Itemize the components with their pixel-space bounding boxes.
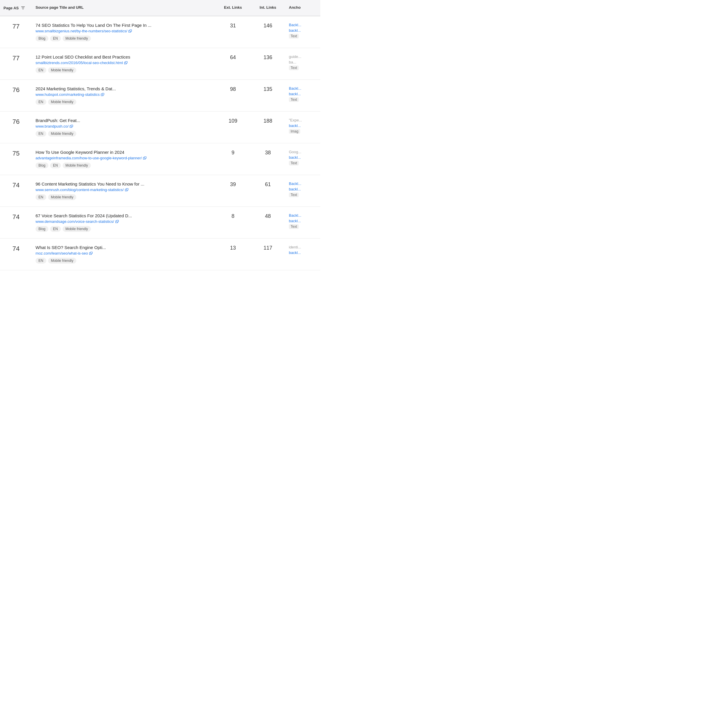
source-cell: How To Use Google Keyword Planner in 202… bbox=[32, 147, 216, 171]
table-row: 7774 SEO Statistics To Help You Land On … bbox=[0, 16, 320, 48]
page-tags: BlogENMobile friendly bbox=[35, 35, 212, 41]
anchor-item: Text bbox=[289, 161, 317, 165]
svg-rect-5 bbox=[102, 93, 104, 95]
anchor-item: Backl... bbox=[289, 86, 317, 90]
ext-links-count: 31 bbox=[216, 20, 251, 31]
table-row: 7712 Point Local SEO Checklist and Best … bbox=[0, 48, 320, 80]
page-title: 74 SEO Statistics To Help You Land On Th… bbox=[35, 23, 212, 28]
anchor-item: Backl... bbox=[289, 181, 317, 186]
int-links-count: 61 bbox=[251, 179, 285, 190]
page-score: 74 bbox=[0, 179, 32, 191]
svg-rect-8 bbox=[126, 188, 128, 190]
source-cell: What Is SEO? Search Engine Opti...moz.co… bbox=[32, 243, 216, 266]
filter-icon[interactable] bbox=[20, 5, 26, 11]
header-int-links-label: Int. Links bbox=[260, 5, 276, 9]
page-score: 74 bbox=[0, 211, 32, 223]
anchor-item: backl... bbox=[289, 187, 317, 191]
anchor-cell: Backl...backl...Text bbox=[285, 20, 320, 42]
int-links-count: 135 bbox=[251, 84, 285, 95]
tag: Mobile friendly bbox=[63, 35, 91, 41]
anchor-item: Text bbox=[289, 224, 317, 229]
page-title: What Is SEO? Search Engine Opti... bbox=[35, 245, 212, 250]
int-links-count: 38 bbox=[251, 147, 285, 158]
anchor-cell: "Expe...backl...Imag bbox=[285, 116, 320, 137]
page-url[interactable]: advantageinframedia.com/how-to-use-googl… bbox=[35, 156, 212, 160]
source-cell: 74 SEO Statistics To Help You Land On Th… bbox=[32, 20, 216, 44]
anchor-cell: Backl...backl...Text bbox=[285, 84, 320, 106]
anchor-item: guide... bbox=[289, 54, 317, 59]
anchor-cell: Backl...backl...Text bbox=[285, 179, 320, 201]
source-cell: 12 Point Local SEO Checklist and Best Pr… bbox=[32, 52, 216, 75]
tag: Mobile friendly bbox=[48, 194, 76, 200]
header-ext-links: Ext. Links bbox=[216, 3, 251, 13]
header-anchor-label: Ancho bbox=[289, 5, 301, 9]
table-row: 7467 Voice Search Statistics For 2024 (U… bbox=[0, 207, 320, 239]
tag: Mobile friendly bbox=[48, 67, 76, 73]
tag: Mobile friendly bbox=[48, 99, 76, 105]
page-title: 12 Point Local SEO Checklist and Best Pr… bbox=[35, 54, 212, 60]
page-score: 76 bbox=[0, 116, 32, 128]
page-url[interactable]: www.brandpush.co/ bbox=[35, 124, 212, 129]
page-score: 75 bbox=[0, 147, 32, 159]
page-tags: ENMobile friendly bbox=[35, 258, 212, 263]
anchor-item: backl... bbox=[289, 155, 317, 159]
page-tags: ENMobile friendly bbox=[35, 67, 212, 73]
svg-rect-9 bbox=[117, 220, 119, 222]
header-source: Source page Title and URL bbox=[32, 3, 216, 13]
page-url[interactable]: www.smallbizgenius.net/by-the-numbers/se… bbox=[35, 29, 212, 33]
ext-links-count: 109 bbox=[216, 116, 251, 126]
page-tags: ENMobile friendly bbox=[35, 131, 212, 136]
source-cell: 2024 Marketing Statistics, Trends & Dat.… bbox=[32, 84, 216, 107]
anchor-item: Text bbox=[289, 97, 317, 102]
anchor-item: Goog... bbox=[289, 150, 317, 154]
tag: Blog bbox=[35, 226, 48, 232]
anchor-item: Text bbox=[289, 34, 317, 38]
page-tags: ENMobile friendly bbox=[35, 194, 212, 200]
main-table: Page AS Source page Title and URL Ext. L… bbox=[0, 0, 320, 270]
int-links-count: 48 bbox=[251, 211, 285, 222]
table-body: 7774 SEO Statistics To Help You Land On … bbox=[0, 16, 320, 270]
anchor-item: ba... bbox=[289, 60, 317, 64]
page-url[interactable]: www.hubspot.com/marketing-statistics bbox=[35, 92, 212, 97]
ext-links-count: 64 bbox=[216, 52, 251, 63]
tag: Blog bbox=[35, 35, 48, 41]
tag: EN bbox=[35, 258, 46, 263]
tag: EN bbox=[35, 194, 46, 200]
anchor-item: backl... bbox=[289, 92, 317, 96]
anchor-item: "Expe... bbox=[289, 118, 317, 123]
source-cell: 96 Content Marketing Statistics You Need… bbox=[32, 179, 216, 202]
table-row: 762024 Marketing Statistics, Trends & Da… bbox=[0, 80, 320, 112]
page-title: How To Use Google Keyword Planner in 202… bbox=[35, 150, 212, 155]
anchor-item: identi... bbox=[289, 245, 317, 249]
page-url[interactable]: www.demandsage.com/voice-search-statisti… bbox=[35, 219, 212, 224]
anchor-cell: guide...ba...Text bbox=[285, 52, 320, 74]
svg-rect-10 bbox=[90, 252, 92, 254]
tag: Mobile friendly bbox=[63, 226, 91, 232]
svg-rect-4 bbox=[125, 61, 127, 63]
tag: EN bbox=[35, 67, 46, 73]
ext-links-count: 98 bbox=[216, 84, 251, 95]
page-score: 76 bbox=[0, 84, 32, 96]
page-url[interactable]: moz.com/learn/seo/what-is-seo bbox=[35, 251, 212, 256]
page-url[interactable]: smallbiztrends.com/2016/05/local-seo-che… bbox=[35, 61, 212, 65]
anchor-item: backl... bbox=[289, 124, 317, 128]
anchor-cell: Backl...backl...Text bbox=[285, 211, 320, 233]
anchor-item: Backl... bbox=[289, 23, 317, 27]
page-url[interactable]: www.semrush.com/blog/content-marketing-s… bbox=[35, 188, 212, 192]
tag: EN bbox=[35, 131, 46, 136]
header-ext-links-label: Ext. Links bbox=[224, 5, 242, 9]
tag: Mobile friendly bbox=[48, 131, 76, 136]
svg-rect-7 bbox=[144, 157, 146, 158]
header-page-as: Page AS bbox=[0, 3, 32, 13]
anchor-item: Imag bbox=[289, 129, 317, 134]
ext-links-count: 13 bbox=[216, 243, 251, 253]
source-cell: BrandPush: Get Feat...www.brandpush.co/ … bbox=[32, 116, 216, 139]
anchor-cell: Goog...backl...Text bbox=[285, 147, 320, 169]
tag: EN bbox=[50, 162, 61, 169]
table-row: 74What Is SEO? Search Engine Opti...moz.… bbox=[0, 239, 320, 270]
anchor-item: Backl... bbox=[289, 213, 317, 218]
table-row: 76BrandPush: Get Feat...www.brandpush.co… bbox=[0, 112, 320, 143]
anchor-cell: identi...backl... bbox=[285, 243, 320, 258]
tag: EN bbox=[50, 35, 61, 41]
int-links-count: 136 bbox=[251, 52, 285, 63]
